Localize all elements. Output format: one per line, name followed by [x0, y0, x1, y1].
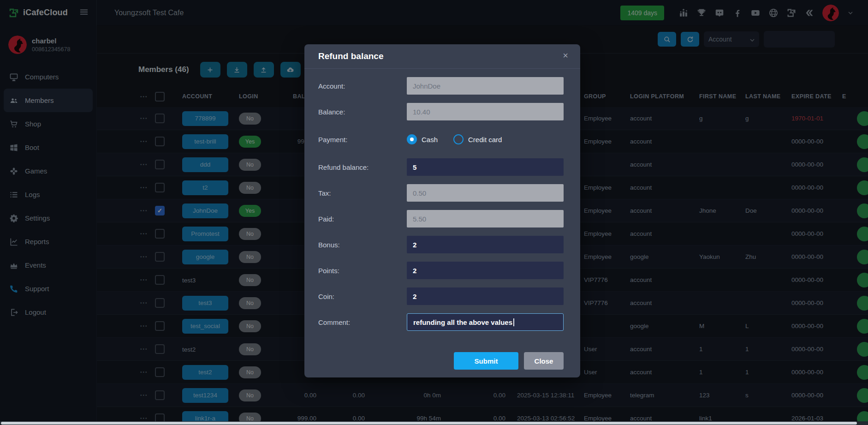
- paid-input: 5.50: [407, 210, 564, 227]
- app-window: iCafeCloud Youngzsoft Test Cafe 1409 day…: [0, 0, 868, 425]
- comment-label: Comment:: [318, 318, 407, 326]
- balance-label: Balance:: [318, 108, 407, 116]
- refund-balance-input[interactable]: 5: [407, 158, 564, 176]
- points-input[interactable]: 2: [407, 262, 564, 279]
- cash-radio-label: Cash: [422, 136, 438, 144]
- cash-radio[interactable]: Cash: [407, 134, 438, 144]
- refund-balance-label: Refund balance:: [318, 163, 407, 171]
- comment-input[interactable]: refunding all the above values: [407, 313, 564, 331]
- modal-header: Refund balance ×: [304, 44, 580, 69]
- paid-label: Paid:: [318, 215, 407, 223]
- modal-body: Account: JohnDoe Balance: 10.40 Payment:…: [304, 69, 580, 370]
- account-input: JohnDoe: [407, 77, 564, 95]
- account-label: Account:: [318, 82, 407, 90]
- scrollbar-thumb[interactable]: [1, 422, 857, 425]
- radio-unselected-icon: [453, 134, 464, 144]
- submit-button[interactable]: Submit: [454, 352, 518, 370]
- horizontal-scrollbar: [0, 421, 868, 425]
- comment-value: refunding all the above values: [413, 318, 512, 326]
- radio-selected-icon: [407, 134, 417, 144]
- close-button[interactable]: Close: [524, 352, 564, 370]
- close-icon[interactable]: ×: [563, 51, 568, 60]
- modal-title: Refund balance: [318, 51, 383, 61]
- balance-input: 10.40: [407, 103, 564, 120]
- text-caret: [513, 318, 514, 326]
- payment-options: Cash Credit card: [407, 134, 502, 144]
- bonus-input[interactable]: 2: [407, 236, 564, 253]
- refund-balance-modal: Refund balance × Account: JohnDoe Balanc…: [304, 44, 580, 377]
- tax-input: 0.50: [407, 184, 564, 202]
- credit-card-radio[interactable]: Credit card: [453, 134, 502, 144]
- coin-label: Coin:: [318, 293, 407, 300]
- points-label: Points:: [318, 267, 407, 275]
- credit-card-radio-label: Credit card: [468, 136, 502, 144]
- coin-input[interactable]: 2: [407, 287, 564, 305]
- tax-label: Tax:: [318, 189, 407, 197]
- payment-label: Payment:: [318, 136, 407, 144]
- bonus-label: Bonus:: [318, 241, 407, 249]
